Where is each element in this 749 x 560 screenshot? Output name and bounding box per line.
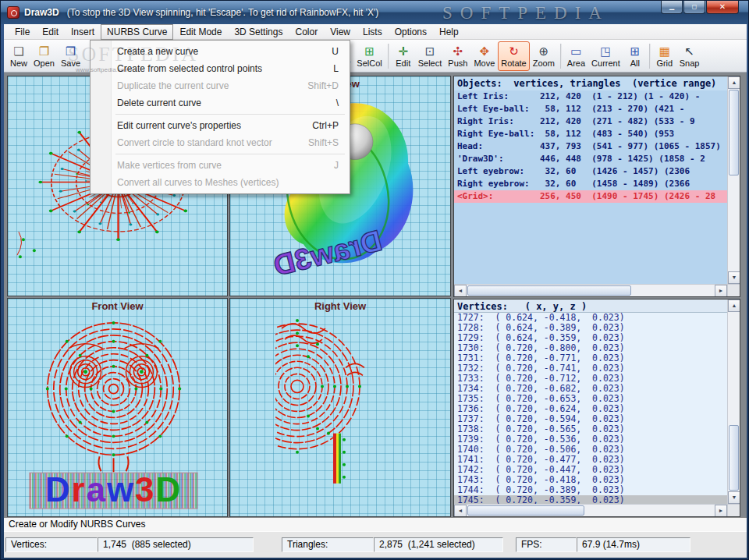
window-controls: ▁ ◻ ✕ bbox=[660, 1, 739, 14]
minimize-icon: ▁ bbox=[669, 3, 674, 10]
toolbar-button-icon: ↻ bbox=[509, 45, 519, 58]
object-row[interactable]: Left Iris: 212, 420 (1 - 212) (1 - 420) … bbox=[454, 90, 727, 103]
toolbar-button-label: Current bbox=[591, 58, 620, 68]
menu-item[interactable]: Delete current curve \ bbox=[91, 94, 350, 112]
toolbar-button[interactable]: ⊞ All bbox=[623, 41, 647, 71]
object-row[interactable]: Right Eye-ball: 58, 112 (483 - 540) (953 bbox=[454, 128, 727, 140]
menu-item[interactable]: Convert circle to standard knot vector S… bbox=[91, 134, 350, 151]
menu-item[interactable]: Make vertices from curve J bbox=[91, 157, 350, 174]
front-view-render: Draw3D bbox=[8, 299, 227, 516]
menu-item-label: Create from selected control points bbox=[117, 63, 324, 74]
menubar-item[interactable]: Color bbox=[289, 24, 324, 40]
vertices-hscroll-thumb[interactable] bbox=[467, 505, 584, 516]
titlebar[interactable]: Draw3D (To stop the 3D View spinning, hi… bbox=[1, 1, 748, 24]
scroll-right-icon[interactable]: ► bbox=[715, 285, 727, 297]
vertices-panel-header: Vertices: ( x, y, z ) bbox=[454, 299, 727, 313]
menu-item[interactable]: Duplicate the current curve Shift+D bbox=[91, 77, 350, 94]
menu-item bbox=[91, 151, 350, 157]
object-row[interactable]: Left Eye-ball: 58, 112 (213 - 270) (421 … bbox=[454, 103, 727, 115]
toolbar-button-label: Push bbox=[448, 58, 467, 68]
toolbar-button[interactable]: ❒ Save bbox=[58, 41, 83, 71]
menu-item-label: Duplicate the current curve bbox=[117, 80, 298, 91]
menubar-item[interactable]: Edit bbox=[36, 24, 65, 40]
scroll-left-icon[interactable]: ◄ bbox=[454, 505, 467, 517]
viewport-front-title: Front View bbox=[8, 300, 227, 312]
viewport-right-title: Right View bbox=[230, 300, 450, 312]
toolbar-button bbox=[388, 44, 389, 69]
scroll-right-icon[interactable]: ► bbox=[715, 505, 727, 517]
viewport-front[interactable]: Front View bbox=[7, 298, 228, 517]
toolbar-button[interactable]: ▭ Area bbox=[564, 41, 588, 71]
objects-hscrollbar[interactable]: ◄ ► bbox=[454, 284, 727, 296]
toolbar-button[interactable]: ◳ Current bbox=[588, 41, 623, 71]
objects-vscroll-thumb[interactable] bbox=[729, 90, 739, 175]
toolbar-button-label: Select bbox=[418, 58, 442, 68]
triangles-stat-label: Triangles: bbox=[282, 537, 374, 552]
object-row[interactable]: <Grid>: 256, 450 (1490 - 1745) (2426 - 2… bbox=[454, 190, 727, 203]
menubar-item[interactable]: Help bbox=[433, 24, 465, 40]
vertex-row[interactable]: 1745: ( 0.720, -0.359, 0.023) bbox=[454, 495, 727, 504]
minimize-button[interactable]: ▁ bbox=[661, 1, 683, 14]
toolbar-button[interactable]: ⊞ SelCol bbox=[353, 41, 385, 71]
menu-item-shortcut: Shift+D bbox=[307, 80, 339, 91]
object-row[interactable]: Right Iris: 212, 420 (271 - 482) (533 - … bbox=[454, 115, 727, 128]
menu-item[interactable]: Edit current curve's properties Ctrl+P bbox=[91, 117, 350, 134]
toolbar-button-icon: ⊞ bbox=[364, 45, 374, 58]
app-window: Draw3D (To stop the 3D View spinning, hi… bbox=[0, 0, 749, 560]
object-row[interactable]: Right eyebrow: 32, 60 (1458 - 1489) (236… bbox=[454, 178, 727, 190]
menubar-item[interactable]: Lists bbox=[357, 24, 389, 40]
scroll-down-icon[interactable]: ▼ bbox=[728, 491, 740, 504]
menubar-item[interactable]: Insert bbox=[65, 24, 101, 40]
right-view-render bbox=[230, 299, 450, 516]
menu-item bbox=[91, 112, 350, 117]
toolbar-button[interactable]: ↻ Rotate bbox=[498, 41, 529, 71]
toolbar-button[interactable]: ✛ Edit bbox=[392, 41, 415, 71]
menubar-item[interactable]: NURBS Curve bbox=[101, 24, 173, 40]
menubar-item[interactable]: 3D Settings bbox=[228, 24, 289, 40]
close-button[interactable]: ✕ bbox=[706, 1, 739, 14]
toolbar-button-label: Move bbox=[474, 58, 495, 68]
objects-panel: Objects: vertices, triangles (vertice ra… bbox=[453, 76, 740, 297]
toolbar-button-label: SelCol bbox=[357, 58, 382, 68]
toolbar-button-label: Rotate bbox=[501, 58, 526, 68]
menubar-item[interactable]: Options bbox=[389, 24, 433, 40]
objects-hscroll-thumb[interactable] bbox=[467, 285, 631, 296]
scroll-up-icon[interactable]: ▲ bbox=[728, 299, 740, 312]
object-row[interactable]: 'Draw3D': 446, 448 (978 - 1425) (1858 - … bbox=[454, 153, 727, 165]
window-title: Draw3D bbox=[24, 7, 59, 18]
maximize-button[interactable]: ◻ bbox=[683, 1, 705, 14]
menu-item-label: Delete current curve bbox=[117, 97, 327, 108]
object-row[interactable]: Left eyebrow: 32, 60 (1426 - 1457) (2306 bbox=[454, 165, 727, 178]
menu-item-label: Convert all curves to Meshes (vertices) bbox=[117, 177, 329, 188]
menubar-item[interactable]: File bbox=[9, 24, 36, 40]
toolbar-button[interactable]: ✥ Move bbox=[470, 41, 498, 71]
toolbar-button-label: Area bbox=[567, 58, 585, 68]
menu-item-shortcut: \ bbox=[336, 97, 339, 108]
toolbar-button[interactable]: ✣ Push bbox=[445, 41, 470, 71]
scroll-up-icon[interactable]: ▲ bbox=[728, 76, 740, 89]
objects-vscrollbar[interactable]: ▲ ▼ bbox=[727, 76, 740, 284]
vertices-vscroll-thumb[interactable] bbox=[729, 425, 739, 491]
objects-panel-header: Objects: vertices, triangles (vertice ra… bbox=[454, 76, 727, 90]
object-row[interactable]: Head: 437, 793 (541 - 977) (1065 - 1857) bbox=[454, 140, 727, 153]
toolbar-button-label: Save bbox=[61, 58, 80, 68]
menu-item[interactable]: Create a new curve U bbox=[91, 43, 350, 60]
menu-item-label: Make vertices from curve bbox=[117, 160, 325, 171]
vertices-hscrollbar[interactable]: ◄ ► bbox=[454, 504, 727, 516]
toolbar-button[interactable]: ▦ Grid bbox=[653, 41, 676, 71]
toolbar-button[interactable]: ⊡ Select bbox=[415, 41, 445, 71]
menubar-item[interactable]: Edit Mode bbox=[173, 24, 228, 40]
toolbar-button[interactable]: ❏ New bbox=[7, 41, 30, 71]
toolbar-button-icon: ❏ bbox=[13, 45, 23, 58]
toolbar-button[interactable]: ❐ Open bbox=[30, 41, 58, 71]
toolbar-button-icon: ◳ bbox=[600, 45, 611, 58]
toolbar-button[interactable]: ⊕ Zoom bbox=[530, 41, 558, 71]
scroll-down-icon[interactable]: ▼ bbox=[728, 271, 740, 284]
menu-item[interactable]: Convert all curves to Meshes (vertices) bbox=[91, 174, 350, 191]
viewport-right[interactable]: Right View bbox=[229, 298, 451, 517]
vertices-vscrollbar[interactable]: ▲ ▼ bbox=[727, 299, 740, 504]
menu-item[interactable]: Create from selected control points L bbox=[91, 60, 350, 77]
scroll-left-icon[interactable]: ◄ bbox=[454, 285, 467, 297]
menubar-item[interactable]: View bbox=[324, 24, 357, 40]
toolbar-button[interactable]: ↖ Snap bbox=[676, 41, 703, 71]
